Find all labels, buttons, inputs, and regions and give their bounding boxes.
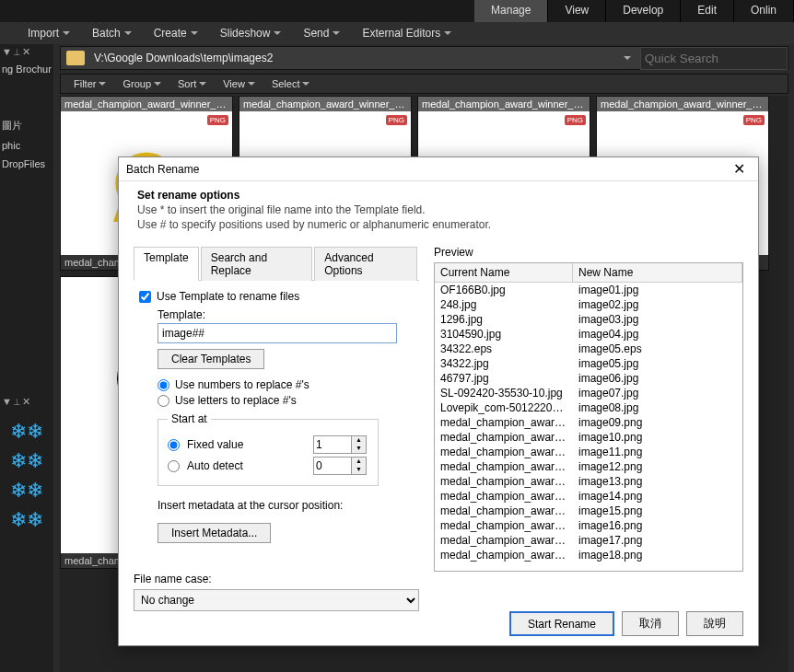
preview-row[interactable]: medal_champion_award_wi...image16.png: [435, 518, 742, 533]
preview-row[interactable]: medal_champion_award_wi...image09.png: [435, 415, 742, 430]
create-menu[interactable]: Create: [145, 24, 207, 42]
folder-icon: [66, 51, 85, 65]
batch-label: Batch: [92, 27, 121, 40]
quick-search-input[interactable]: [640, 47, 788, 70]
filename-case-label: File name case:: [134, 573, 419, 585]
preview-row[interactable]: OF166B0.jpgimage01.jpg: [435, 283, 742, 297]
current-name-cell: medal_champion_award_wi...: [435, 518, 573, 533]
chevron-down-icon: [333, 31, 340, 35]
dialog-titlebar: Batch Rename ✕: [119, 157, 758, 181]
spin-up-icon[interactable]: ▲: [352, 458, 366, 466]
preview-row[interactable]: 1296.jpgimage03.jpg: [435, 312, 742, 327]
fixed-value-radio[interactable]: [168, 439, 180, 451]
preview-row[interactable]: 34322.jpgimage05.jpg: [435, 356, 742, 371]
preview-list[interactable]: Current Name New Name OF166B0.jpgimage01…: [434, 262, 743, 572]
preview-row[interactable]: SL-092420-35530-10.jpgimage07.jpg: [435, 386, 742, 400]
thumbnail-label: medal_champion_award_winner_oly...: [597, 97, 768, 111]
tab-search-replace[interactable]: Search and Replace: [201, 247, 313, 281]
sidebar-item[interactable]: phic: [0, 136, 53, 155]
tab-manage[interactable]: Manage: [474, 0, 548, 22]
use-letters-radio[interactable]: [158, 395, 169, 407]
spin-up-icon[interactable]: ▲: [352, 436, 366, 445]
preview-row[interactable]: medal_champion_award_wi...image17.png: [435, 533, 742, 548]
auto-detect-input[interactable]: [313, 457, 352, 475]
new-name-cell: image13.png: [573, 474, 742, 489]
close-icon[interactable]: ✕: [22, 46, 30, 58]
tab-template[interactable]: Template: [134, 247, 199, 281]
current-name-cell: medal_champion_award_wi...: [435, 430, 573, 445]
group-menu[interactable]: Group: [115, 76, 169, 91]
dialog-desc-line: Use # to specify positions used by numer…: [137, 218, 740, 231]
batch-menu[interactable]: Batch: [83, 24, 141, 42]
filter-menu[interactable]: Filter: [66, 76, 113, 91]
preview-row[interactable]: medal_champion_award_wi...image10.png: [435, 430, 742, 445]
preview-row[interactable]: medal_champion_award_wi...image13.png: [435, 474, 742, 489]
start-rename-button[interactable]: Start Rename: [509, 611, 614, 636]
new-name-cell: image17.png: [573, 533, 742, 548]
chevron-down-icon: [99, 82, 106, 86]
external-editors-menu[interactable]: External Editors: [353, 24, 461, 42]
sidebar-item[interactable]: ng Brochur: [0, 60, 53, 78]
close-icon[interactable]: ✕: [728, 160, 751, 178]
preview-row[interactable]: medal_champion_award_wi...image12.png: [435, 459, 742, 474]
current-name-cell: 248.jpg: [435, 297, 573, 312]
use-numbers-radio[interactable]: [158, 379, 169, 391]
preview-row[interactable]: 248.jpgimage02.jpg: [435, 297, 742, 312]
import-menu[interactable]: Import: [18, 24, 79, 42]
select-menu[interactable]: Select: [264, 76, 318, 91]
chevron-down-icon: [199, 82, 206, 86]
pin-icon[interactable]: ⟂: [14, 46, 20, 58]
png-badge: PNG: [386, 115, 407, 125]
template-input[interactable]: [158, 323, 397, 343]
preview-row[interactable]: medal_champion_award_wi...image15.png: [435, 504, 742, 518]
send-menu[interactable]: Send: [294, 24, 349, 42]
spin-down-icon[interactable]: ▼: [352, 466, 366, 474]
preview-row[interactable]: 34322.epsimage05.eps: [435, 342, 742, 356]
tab-online[interactable]: Onlin: [734, 0, 794, 22]
preview-row[interactable]: Lovepik_com-501222084-co...image08.jpg: [435, 400, 742, 415]
external-label: External Editors: [362, 27, 440, 40]
preview-row[interactable]: 46797.jpgimage06.jpg: [435, 371, 742, 386]
dialog-title: Batch Rename: [126, 163, 199, 176]
current-name-cell: medal_champion_award_wi...: [435, 459, 573, 474]
col-current-name[interactable]: Current Name: [435, 263, 573, 282]
path-input[interactable]: V:\Google Downloads\temp\images2: [90, 50, 618, 66]
clear-templates-button[interactable]: Clear Templates: [158, 349, 264, 369]
current-name-cell: medal_champion_award_wi...: [435, 415, 573, 430]
pin-icon[interactable]: ⟂: [14, 396, 20, 408]
slideshow-menu[interactable]: Slideshow: [211, 24, 291, 42]
cancel-button[interactable]: 取消: [622, 611, 679, 636]
preview-row[interactable]: medal_champion_award_wi...image14.png: [435, 489, 742, 504]
tab-develop[interactable]: Develop: [606, 0, 681, 22]
new-name-cell: image04.jpg: [573, 327, 742, 342]
fixed-value-input[interactable]: [313, 435, 352, 454]
preview-row[interactable]: 3104590.jpgimage04.jpg: [435, 327, 742, 342]
close-icon[interactable]: ✕: [22, 396, 30, 408]
new-name-cell: image06.jpg: [573, 371, 742, 386]
preview-row[interactable]: medal_champion_award_wi...image18.png: [435, 548, 742, 562]
col-new-name[interactable]: New Name: [573, 263, 742, 282]
snowflake-thumbs: ❄❄ ❄❄ ❄❄ ❄❄: [0, 414, 53, 538]
tab-view[interactable]: View: [548, 0, 606, 22]
new-name-cell: image10.png: [573, 430, 742, 445]
snowflake-icon: ❄❄: [0, 449, 53, 473]
tab-edit[interactable]: Edit: [681, 0, 734, 22]
view-menu[interactable]: View: [216, 76, 263, 91]
insert-metadata-button[interactable]: Insert Metadata...: [158, 523, 271, 543]
fixed-value-label: Fixed value: [187, 438, 306, 451]
current-name-cell: medal_champion_award_wi...: [435, 489, 573, 504]
use-template-checkbox[interactable]: [139, 291, 151, 303]
new-name-cell: image05.jpg: [573, 356, 742, 371]
help-button[interactable]: 說明: [686, 611, 743, 636]
use-letters-label: Use letters to replace #'s: [175, 394, 297, 407]
filename-case-select[interactable]: No change: [134, 589, 419, 611]
preview-row[interactable]: medal_champion_award_wi...image11.png: [435, 445, 742, 459]
tab-advanced[interactable]: Advanced Options: [314, 247, 417, 281]
chevron-down-icon[interactable]: [624, 56, 631, 60]
sidebar-item[interactable]: DropFiles: [0, 155, 53, 173]
dialog-tabs: Template Search and Replace Advanced Opt…: [134, 246, 419, 281]
sidebar-item[interactable]: 圖片: [0, 115, 53, 136]
auto-detect-radio[interactable]: [168, 460, 180, 472]
spin-down-icon[interactable]: ▼: [352, 445, 366, 453]
sort-menu[interactable]: Sort: [170, 76, 214, 91]
